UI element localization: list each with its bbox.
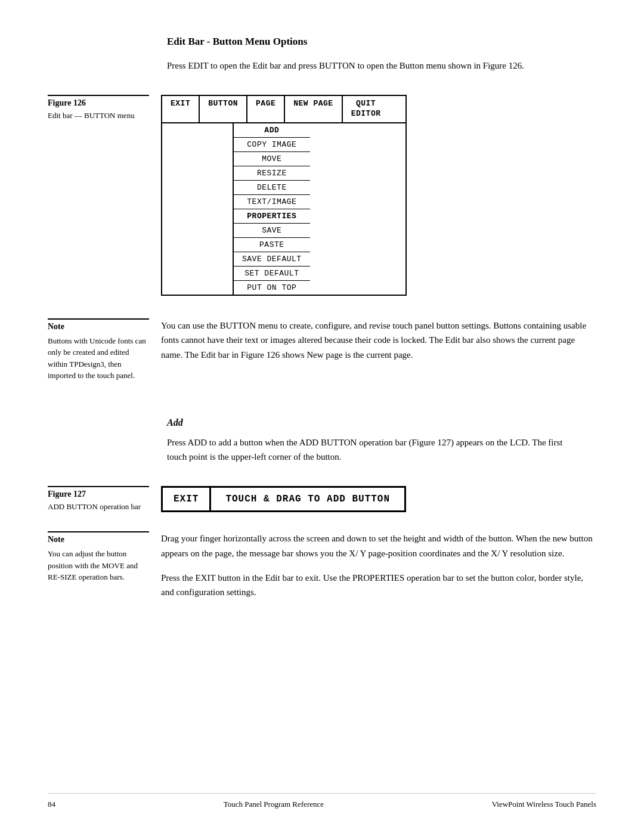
footer-product: ViewPoint Wireless Touch Panels xyxy=(492,800,596,809)
drag-body-1: Drag your finger horizontally across the… xyxy=(161,531,596,561)
edit-bar-exit[interactable]: EXIT xyxy=(162,96,200,122)
edit-bar-top-row: EXIT BUTTON PAGE NEW PAGE QUITEDITOR xyxy=(162,96,405,123)
edit-bar-page[interactable]: PAGE xyxy=(247,96,285,122)
note2-section: Note You can adjust the button position … xyxy=(48,531,596,601)
menu-item-properties[interactable]: PROPERTIES xyxy=(234,209,310,224)
menu-item-add[interactable]: ADD xyxy=(234,123,310,138)
figure-126-row: Figure 126 Edit bar — BUTTON menu EXIT B… xyxy=(48,95,596,297)
figure-127-label: Figure 127 xyxy=(48,486,149,499)
note1-section: Note Buttons with Unicode fonts can only… xyxy=(48,318,596,400)
add-button-bar: EXIT Touch & Drag to ADD BUTTON xyxy=(161,486,406,512)
menu-item-resize[interactable]: RESIZE xyxy=(234,166,310,181)
intro-paragraph: Press EDIT to open the Edit bar and pres… xyxy=(167,58,572,73)
menu-item-copy-image[interactable]: COPY IMAGE xyxy=(234,138,310,152)
page-footer: 84 Touch Panel Program Reference ViewPoi… xyxy=(48,793,596,809)
figure-126-label: Figure 126 xyxy=(48,95,149,108)
note1-label: Note xyxy=(48,318,149,332)
button-menu: ADD COPY IMAGE MOVE RESIZE DELETE TEXT/I… xyxy=(234,123,310,295)
drag-body-2: Press the EXIT button in the Edit bar to… xyxy=(161,571,596,600)
note2-text: You can adjust the button position with … xyxy=(48,548,149,583)
right-col-spacer xyxy=(310,123,405,295)
edit-bar-diagram: EXIT BUTTON PAGE NEW PAGE QUITEDITOR ADD… xyxy=(161,95,407,296)
menu-item-save[interactable]: SAVE xyxy=(234,224,310,238)
note1-col: Note Buttons with Unicode fonts can only… xyxy=(48,318,161,400)
edit-bar-menu-area: ADD COPY IMAGE MOVE RESIZE DELETE TEXT/I… xyxy=(162,123,405,295)
add-heading: Add xyxy=(167,417,596,428)
note1-box: Note Buttons with Unicode fonts can only… xyxy=(48,318,149,382)
menu-item-text-image[interactable]: TEXT/IMAGE xyxy=(234,195,310,209)
figure-127-row: Figure 127 ADD BUTTON operation bar EXIT… xyxy=(48,486,596,512)
page-container: Edit Bar - Button Menu Options Press EDI… xyxy=(0,0,644,833)
button-col-spacer xyxy=(162,123,234,295)
figure-126-content: EXIT BUTTON PAGE NEW PAGE QUITEDITOR ADD… xyxy=(161,95,596,297)
add-button-exit-label[interactable]: EXIT xyxy=(163,488,211,510)
edit-bar-button[interactable]: BUTTON xyxy=(200,96,247,122)
menu-item-paste[interactable]: PASTE xyxy=(234,238,310,252)
note1-text: Buttons with Unicode fonts can only be c… xyxy=(48,335,149,382)
figure-127-content: EXIT Touch & Drag to ADD BUTTON xyxy=(161,486,596,512)
figure-126-caption: Edit bar — BUTTON menu xyxy=(48,110,149,121)
menu-item-move[interactable]: MOVE xyxy=(234,152,310,166)
section-heading: Edit Bar - Button Menu Options xyxy=(167,36,596,48)
note2-box: Note You can adjust the button position … xyxy=(48,531,149,583)
footer-page-num: 84 xyxy=(48,800,55,809)
add-body-text: Press ADD to add a button when the ADD B… xyxy=(167,435,572,465)
menu-item-put-on-top[interactable]: PUT ON TOP xyxy=(234,281,310,295)
figure-127-caption: ADD BUTTON operation bar xyxy=(48,501,149,512)
note2-col: Note You can adjust the button position … xyxy=(48,531,161,601)
figure-126-label-col: Figure 126 Edit bar — BUTTON menu xyxy=(48,95,161,121)
add-button-main-label: Touch & Drag to ADD BUTTON xyxy=(211,488,404,510)
body-text1-col: You can use the BUTTON menu to create, c… xyxy=(161,318,596,363)
menu-item-save-default[interactable]: SAVE DEFAULT xyxy=(234,252,310,267)
figure-127-label-col: Figure 127 ADD BUTTON operation bar xyxy=(48,486,161,512)
drag-body-col: Drag your finger horizontally across the… xyxy=(161,531,596,600)
body-text-1: You can use the BUTTON menu to create, c… xyxy=(161,318,596,363)
menu-item-set-default[interactable]: SET DEFAULT xyxy=(234,267,310,281)
edit-bar-new-page[interactable]: NEW PAGE xyxy=(285,96,342,122)
menu-item-delete[interactable]: DELETE xyxy=(234,181,310,195)
edit-bar-quit-editor[interactable]: QUITEDITOR xyxy=(343,96,389,122)
footer-doc-name: Touch Panel Program Reference xyxy=(224,800,324,809)
note2-label: Note xyxy=(48,531,149,544)
